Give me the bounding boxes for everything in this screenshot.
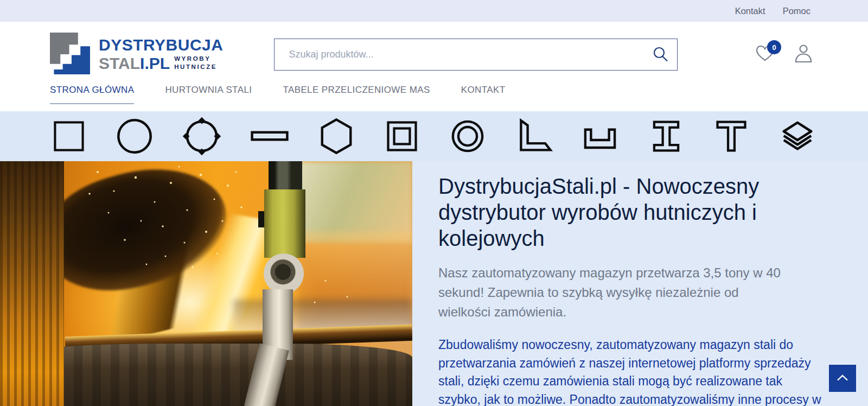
nav-item-tabele-przeliczeniowe[interactable]: TABELE PRZELICZENIOWE MAS [283, 85, 430, 104]
main-nav: STRONA GŁÓWNA HURTOWNIA STALI TABELE PRZ… [50, 85, 818, 104]
hero-paragraph-gray: Nasz zautomatyzowany magazyn przetwarza … [438, 263, 794, 322]
search-button[interactable] [652, 46, 669, 64]
round-bar-icon[interactable] [115, 117, 154, 156]
search-bar [274, 39, 678, 71]
square-tube-icon[interactable] [384, 118, 420, 155]
chevron-up-icon [837, 375, 848, 383]
hexagonal-bar-icon[interactable] [317, 117, 355, 155]
angle-profile-icon[interactable] [515, 117, 553, 155]
site-logo[interactable]: DYSTRYBUCJA STALI.PL WYROBY HUTNICZE [50, 33, 223, 77]
topbar-link-pomoc[interactable]: Pomoc [783, 6, 810, 16]
nav-item-kontakt[interactable]: KONTAKT [461, 85, 506, 104]
header: DYSTRYBUCJA STALI.PL WYROBY HUTNICZE [0, 22, 868, 111]
sparks-overlay [0, 161, 412, 406]
wishlist-count-badge: 0 [767, 40, 781, 54]
nav-item-hurtownia-stali[interactable]: HURTOWNIA STALI [165, 85, 252, 104]
logo-tagline: WYROBY HUTNICZE [174, 55, 217, 71]
sheets-stack-icon[interactable] [778, 117, 817, 156]
wishlist-button[interactable]: 0 [755, 45, 776, 64]
hero-section: DystrybucjaStali.pl - Nowoczesny dystryb… [0, 161, 868, 406]
search-icon [652, 56, 668, 64]
flat-bar-icon[interactable] [250, 117, 289, 156]
logo-word-dystrybucja: DYSTRYBUCJA [99, 37, 223, 53]
square-bar-icon[interactable] [51, 118, 87, 154]
t-beam-icon[interactable] [713, 118, 750, 155]
hero-title: DystrybucjaStali.pl - Nowoczesny dystryb… [438, 173, 813, 251]
channel-profile-icon[interactable] [581, 117, 619, 155]
heart-icon [755, 55, 775, 64]
foundry-photo [0, 161, 412, 406]
i-beam-icon[interactable] [648, 118, 685, 155]
account-button[interactable] [794, 43, 813, 65]
topbar-link-kontakt[interactable]: Kontakt [735, 6, 765, 16]
ribbed-bar-icon[interactable] [182, 117, 221, 156]
nav-item-strona-glowna[interactable]: STRONA GŁÓWNA [50, 85, 134, 104]
topbar: Kontakt Pomoc [0, 0, 868, 22]
logo-word-stal: STAL [99, 55, 140, 72]
round-tube-icon[interactable] [449, 117, 487, 155]
user-icon [794, 55, 813, 65]
scroll-to-top-button[interactable] [829, 365, 856, 392]
hero-paragraph-link: Zbudowaliśmy nowoczesny, zautomatyzowany… [438, 336, 824, 406]
search-input[interactable] [274, 39, 678, 71]
logo-mark-icon [50, 33, 90, 77]
product-categories-band [0, 111, 868, 161]
logo-word-ipl: I.PL [140, 55, 170, 72]
